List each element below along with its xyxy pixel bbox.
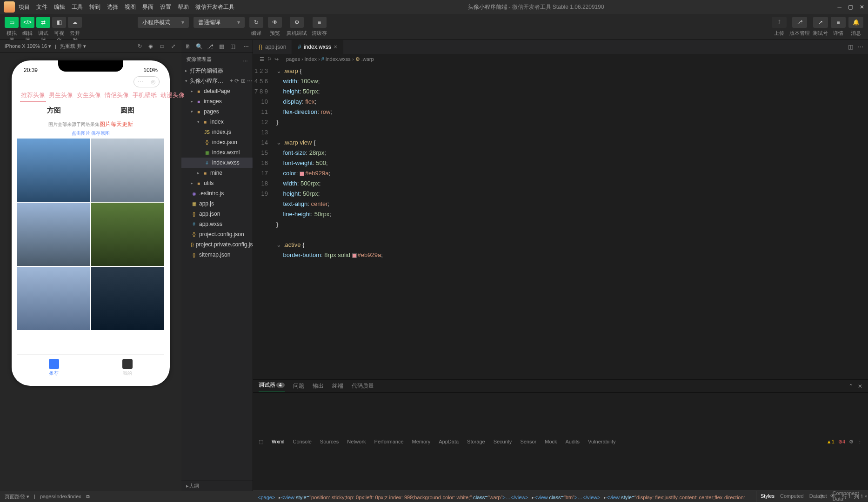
layout-icon[interactable]: ◫	[229, 43, 236, 50]
device-dropdown[interactable]: iPhone X 100% 16 ▾	[5, 43, 51, 49]
bc-bookmark-icon[interactable]: ⚐	[267, 56, 272, 62]
styles-more-icon[interactable]: »	[865, 493, 868, 499]
real-debug-button[interactable]: ⚙	[290, 17, 304, 28]
more-icon[interactable]: ⋯	[858, 44, 863, 50]
visual-button[interactable]: ◧	[52, 17, 66, 28]
panel-up-icon[interactable]: ⌃	[848, 383, 853, 390]
menu-view[interactable]: 视图	[125, 3, 136, 11]
file-appjson[interactable]: {}app.json	[181, 209, 253, 219]
editor-button[interactable]: </>	[20, 17, 34, 28]
panel-tab-quality[interactable]: 代码质量	[352, 382, 374, 390]
file-indexwxml[interactable]: ▦index.wxml	[181, 147, 253, 158]
copy-path-icon[interactable]: ⧉	[86, 494, 90, 500]
outline-section[interactable]: ▸ 大纲	[181, 481, 253, 491]
mode-dropdown[interactable]: 小程序模式▾	[138, 17, 189, 28]
image-cell[interactable]	[91, 267, 164, 330]
clear-cache-button[interactable]: ≡	[313, 17, 327, 28]
code-content[interactable]: ⌄.warp { width: 100vw; height: 50rpx; di…	[274, 64, 868, 379]
subtab-square[interactable]: 方图	[17, 102, 91, 119]
image-cell[interactable]	[91, 139, 164, 202]
menu-tools[interactable]: 工具	[72, 3, 83, 11]
dt-tab-sources[interactable]: Sources	[320, 439, 339, 444]
test-button[interactable]: ↗	[813, 17, 828, 28]
menu-project[interactable]: 项目	[19, 3, 30, 11]
folder-mine[interactable]: ▸■mine	[181, 168, 253, 178]
file-indexwxss[interactable]: #index.wxss	[181, 158, 253, 168]
menu-devtools[interactable]: 微信开发者工具	[195, 3, 234, 11]
file-eslint[interactable]: ◉.eslintrc.js	[181, 188, 253, 198]
panel-close-icon[interactable]: ✕	[858, 383, 862, 390]
panel-tab-debugger[interactable]: 调试器4	[259, 381, 285, 391]
styles-tab-styles[interactable]: Styles	[761, 493, 775, 499]
git-icon[interactable]: ⎇	[207, 43, 214, 50]
search-icon[interactable]: 🔍	[195, 43, 203, 50]
image-cell[interactable]	[91, 203, 164, 266]
dt-tab-network[interactable]: Network	[347, 439, 366, 444]
folder-detailpage[interactable]: ▸■detailPage	[181, 86, 253, 96]
bc-arrow-icon[interactable]: ↪	[274, 56, 279, 62]
maximize-icon[interactable]: ▢	[848, 4, 853, 10]
file-indexjs[interactable]: JSindex.js	[181, 127, 253, 137]
image-cell[interactable]	[17, 267, 90, 330]
code-editor[interactable]: 1 2 3 4 5 6 7 8 9 10 11 12 13 14 15 16 1…	[253, 64, 868, 379]
cat-wallpaper[interactable]: 手机壁纸	[132, 89, 158, 102]
upload-button[interactable]: ⤴	[772, 17, 787, 28]
cat-boy[interactable]: 男生头像	[48, 89, 74, 102]
dt-tab-vulnerability[interactable]: Vulnerability	[588, 439, 616, 444]
menu-interface[interactable]: 界面	[142, 3, 154, 11]
version-button[interactable]: ⎇	[792, 17, 807, 28]
preview-button[interactable]: 👁	[268, 17, 282, 28]
tabbar-mine[interactable]: 我的	[91, 355, 164, 380]
file-appjs[interactable]: ▦app.js	[181, 198, 253, 209]
close-tab-icon[interactable]: ×	[334, 44, 337, 50]
status-preview-icon[interactable]: 👁	[830, 493, 835, 500]
file-projpriv[interactable]: {}project.private.config.js…	[181, 239, 253, 250]
menu-file[interactable]: 文件	[36, 3, 47, 11]
simulator-button[interactable]: ▭	[5, 17, 19, 28]
menu-select[interactable]: 选择	[107, 3, 118, 11]
folder-pages[interactable]: ▾■pages	[181, 106, 253, 117]
warning-badge[interactable]: ▲1	[827, 439, 835, 444]
refresh-icon[interactable]: ↻	[136, 43, 143, 50]
more-icon[interactable]: ⋯	[242, 43, 250, 50]
dt-tab-memory[interactable]: Memory	[412, 439, 431, 444]
panel-tab-output[interactable]: 输出	[313, 382, 324, 390]
file-sitemap[interactable]: {}sitemap.json	[181, 250, 253, 260]
tab-indexwxss[interactable]: #index.wxss×	[292, 40, 343, 54]
dt-tab-console[interactable]: Console	[293, 439, 312, 444]
project-root[interactable]: ▾头像小程序…+ ⟳ ⊞ ⋯	[181, 76, 253, 86]
error-badge[interactable]: ⊗4	[838, 439, 845, 445]
subtab-round[interactable]: 圆图	[91, 102, 164, 119]
cloud-button[interactable]: ☁	[68, 17, 82, 28]
detail-button[interactable]: ≡	[831, 17, 846, 28]
dt-tab-security[interactable]: Security	[494, 439, 512, 444]
open-editors[interactable]: ▸打开的编辑器	[181, 66, 253, 76]
image-cell[interactable]	[17, 203, 90, 266]
dt-tab-sensor[interactable]: Sensor	[520, 439, 536, 444]
compile-button[interactable]: ↻	[249, 17, 263, 28]
file-indexjson[interactable]: {}index.json	[181, 137, 253, 147]
cat-couple[interactable]: 情侣头像	[104, 89, 130, 102]
folder-index[interactable]: ▾■index	[181, 117, 253, 127]
compile-dropdown[interactable]: 普通编译▾	[194, 17, 245, 28]
dt-tab-storage[interactable]: Storage	[467, 439, 485, 444]
close-icon[interactable]: ✕	[860, 4, 864, 10]
menu-goto[interactable]: 转到	[89, 3, 100, 11]
message-button[interactable]: 🔔	[848, 17, 863, 28]
capsule-button[interactable]: ⋯◎	[134, 76, 160, 87]
menu-settings[interactable]: 设置	[160, 3, 171, 11]
dt-tab-appdata[interactable]: AppData	[439, 439, 459, 444]
cat-girl[interactable]: 女生头像	[76, 89, 102, 102]
dt-tab-wxml[interactable]: Wxml	[272, 439, 285, 444]
panel-tab-problems[interactable]: 问题	[293, 382, 304, 390]
cat-anime[interactable]: 动漫头像	[160, 89, 186, 102]
folder-images[interactable]: ▸■images	[181, 96, 253, 106]
menu-edit[interactable]: 编辑	[54, 3, 65, 11]
file-projcfg[interactable]: {}project.config.json	[181, 229, 253, 239]
tabbar-recommend[interactable]: 推荐	[17, 355, 91, 380]
menu-help[interactable]: 帮助	[178, 3, 189, 11]
debugger-button[interactable]: ⇄	[36, 17, 50, 28]
image-cell[interactable]	[17, 139, 90, 202]
styles-tab-computed[interactable]: Computed	[780, 493, 804, 499]
split-icon[interactable]: ◫	[848, 44, 853, 50]
